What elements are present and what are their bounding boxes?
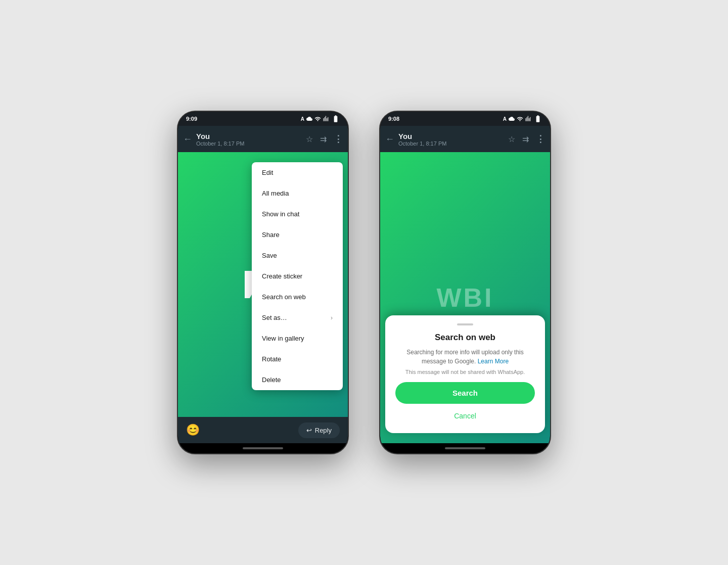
star-icon-1[interactable]: ☆: [306, 134, 313, 144]
menu-item-edit[interactable]: Edit: [252, 162, 343, 183]
more-icon-2[interactable]: ⋮: [536, 133, 545, 145]
menu-item-set-as[interactable]: Set as… ›: [252, 307, 343, 328]
wifi-icon-2: [517, 116, 523, 122]
header-icons-2: ☆ ⇉ ⋮: [508, 133, 545, 145]
search-button[interactable]: Search: [395, 382, 535, 404]
notification-a-icon-2: A: [503, 116, 507, 122]
menu-item-share[interactable]: Share: [252, 224, 343, 245]
battery-icon-2: [534, 115, 542, 123]
bottom-sheet: Search on web Searching for more info wi…: [385, 315, 545, 433]
menu-item-save[interactable]: Save: [252, 245, 343, 266]
menu-item-delete[interactable]: Delete: [252, 369, 343, 390]
forward-icon-2[interactable]: ⇉: [522, 134, 529, 144]
status-icons-2: A: [503, 115, 542, 123]
contact-name-1: You: [196, 132, 302, 140]
header-title-1: You October 1, 8:17 PM: [196, 132, 302, 147]
star-icon-2[interactable]: ☆: [508, 134, 515, 144]
chat-body-2: WBI CALLS-INFO Search on web Searching f…: [380, 152, 550, 443]
phone-1-screen: 9:09 A ← You October 1, 8:17 PM ☆ ⇉: [178, 112, 348, 453]
phone-2: 9:08 A ← You October 1, 8:17 PM ☆ ⇉ ⋮: [379, 111, 551, 454]
home-indicator-1: [243, 447, 283, 449]
more-icon-1[interactable]: ⋮: [334, 133, 343, 145]
notification-a-icon: A: [301, 116, 304, 122]
back-button-1[interactable]: ←: [183, 134, 192, 145]
header-title-2: You October 1, 8:17 PM: [398, 132, 504, 147]
contact-name-2: You: [398, 132, 504, 140]
status-icons-1: A: [301, 115, 340, 123]
cloud-icon: [306, 116, 312, 122]
header-icons-1: ☆ ⇉ ⋮: [306, 133, 343, 145]
chat-body-1: Edit All media Show in chat Share Save C…: [178, 152, 348, 417]
menu-item-all-media[interactable]: All media: [252, 183, 343, 204]
phone-2-screen: 9:08 A ← You October 1, 8:17 PM ☆ ⇉ ⋮: [380, 112, 550, 453]
set-as-arrow-icon: ›: [331, 314, 333, 321]
home-indicator-2: [445, 447, 485, 449]
signal-icon: [323, 116, 330, 122]
signal-icon-2: [525, 116, 532, 122]
forward-icon-1[interactable]: ⇉: [320, 134, 327, 144]
contact-subtitle-2: October 1, 8:17 PM: [398, 140, 504, 147]
menu-item-rotate[interactable]: Rotate: [252, 349, 343, 369]
menu-item-create-sticker[interactable]: Create sticker: [252, 266, 343, 287]
context-menu: Edit All media Show in chat Share Save C…: [252, 162, 343, 390]
status-bar-2: 9:08 A: [380, 112, 550, 126]
reply-label-1: Reply: [315, 427, 332, 434]
whatsapp-note: This message will not be shared with Wha…: [395, 369, 535, 375]
status-time-1: 9:09: [186, 116, 197, 122]
search-on-web-title: Search on web: [395, 333, 535, 343]
status-bar-1: 9:09 A: [178, 112, 348, 126]
contact-subtitle-1: October 1, 8:17 PM: [196, 140, 302, 147]
back-button-2[interactable]: ←: [385, 134, 394, 145]
home-bar-2: [380, 443, 550, 453]
cloud-icon-2: [509, 116, 515, 122]
emoji-button-1[interactable]: 😊: [186, 423, 200, 437]
reply-arrow-icon: ↩: [306, 427, 312, 434]
bottom-sheet-handle: [457, 323, 473, 325]
phone-1: 9:09 A ← You October 1, 8:17 PM ☆ ⇉: [177, 111, 349, 454]
battery-icon: [332, 115, 340, 123]
chat-header-2: ← You October 1, 8:17 PM ☆ ⇉ ⋮: [380, 126, 550, 152]
home-bar-1: [178, 443, 348, 453]
status-time-2: 9:08: [388, 116, 399, 122]
reply-button-1[interactable]: ↩ Reply: [298, 422, 340, 438]
chat-header-1: ← You October 1, 8:17 PM ☆ ⇉ ⋮: [178, 126, 348, 152]
wbi-logo-text: WBI: [436, 282, 493, 313]
wifi-icon: [314, 116, 321, 122]
search-description: Searching for more info will upload only…: [395, 348, 535, 366]
chat-bottom-1: 😊 ↩ Reply: [178, 417, 348, 443]
menu-item-search-on-web[interactable]: Search on web: [252, 287, 343, 307]
menu-item-show-in-chat[interactable]: Show in chat: [252, 204, 343, 224]
cancel-button[interactable]: Cancel: [395, 409, 535, 423]
learn-more-link[interactable]: Learn More: [478, 358, 509, 365]
menu-item-view-gallery[interactable]: View in gallery: [252, 328, 343, 349]
